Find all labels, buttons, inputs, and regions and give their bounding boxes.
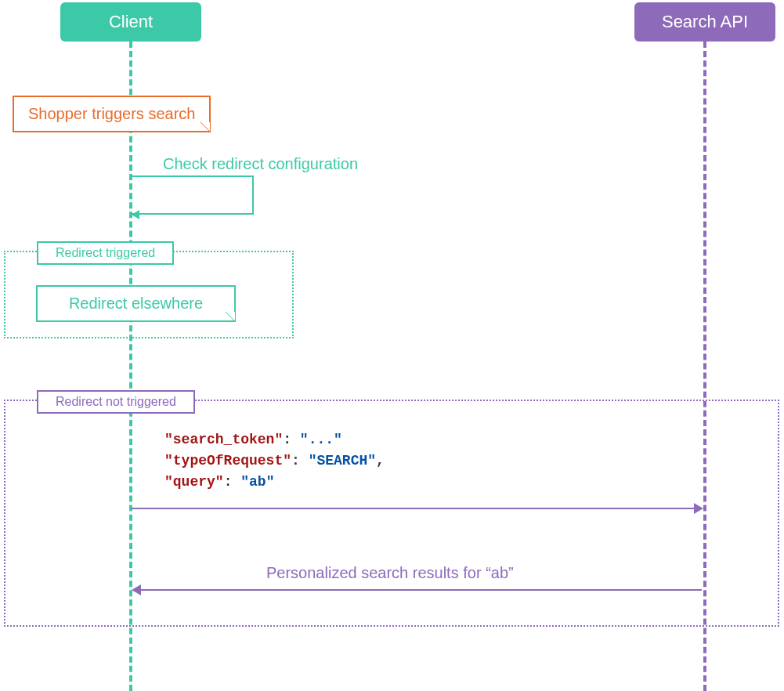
participant-api-label: Search API [662,12,748,32]
note-redirect-elsewhere: Redirect elsewhere [36,285,236,322]
code-line: "typeOfRequest": "SEARCH", [164,450,385,472]
fragment-label: Redirect triggered [37,241,174,265]
json-colon: : [224,474,241,490]
response-label: Personalized search results for “ab” [266,564,514,582]
json-key: "typeOfRequest" [164,453,291,469]
request-arrowhead-icon [694,503,703,514]
self-message-path [132,175,254,215]
fragment-label: Redirect not triggered [37,390,195,414]
response-arrowhead-icon [132,584,141,595]
self-message-label: Check redirect configuration [163,155,358,173]
json-key: "query" [164,474,224,490]
json-value: "ab" [240,474,274,490]
request-arrow [132,508,699,509]
note-text: Redirect elsewhere [69,295,203,312]
code-line: "search_token": "..." [164,429,385,450]
json-key: "search_token" [164,432,283,447]
fragment-redirect-not-triggered: Redirect not triggered [4,400,779,627]
json-colon: : [291,453,309,469]
participant-client: Client [60,2,201,42]
json-colon: : [283,432,300,447]
json-value: "SEARCH" [309,453,376,469]
participant-search-api: Search API [634,2,775,42]
json-comma: , [376,453,385,469]
self-message-arrowhead-icon [132,210,139,219]
code-line: "query": "ab" [164,472,385,493]
json-value: "..." [300,432,342,447]
response-arrow [138,589,702,591]
request-payload: "search_token": "..." "typeOfRequest": "… [164,429,385,493]
participant-client-label: Client [109,12,153,32]
note-text: Shopper triggers search [28,105,195,122]
note-shopper-triggers-search: Shopper triggers search [13,96,211,132]
